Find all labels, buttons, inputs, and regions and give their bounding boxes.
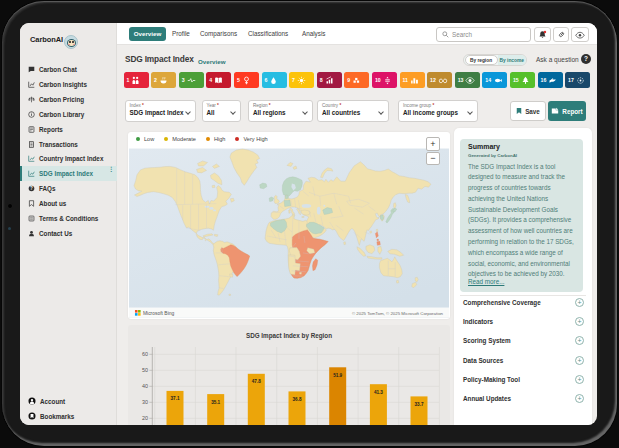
svg-text:© 2025 TomTom, © 2025 Microsof: © 2025 TomTom, © 2025 Microsoft Corporat… bbox=[352, 311, 444, 316]
svg-text:47.8: 47.8 bbox=[252, 379, 261, 384]
svg-text:51.9: 51.9 bbox=[333, 373, 342, 378]
svg-text:41.3: 41.3 bbox=[374, 390, 383, 395]
svg-text:Microsoft Bing: Microsoft Bing bbox=[143, 311, 175, 316]
svg-text:60: 60 bbox=[142, 351, 148, 357]
svg-text:35.1: 35.1 bbox=[211, 400, 220, 405]
svg-text:36.8: 36.8 bbox=[293, 397, 302, 402]
svg-text:37.1: 37.1 bbox=[171, 396, 180, 401]
svg-text:33.7: 33.7 bbox=[415, 402, 424, 407]
svg-text:20: 20 bbox=[142, 415, 148, 421]
svg-text:40: 40 bbox=[142, 383, 148, 389]
svg-text:30: 30 bbox=[142, 399, 148, 405]
svg-text:50: 50 bbox=[142, 367, 148, 373]
svg-text:?: ? bbox=[30, 186, 33, 191]
